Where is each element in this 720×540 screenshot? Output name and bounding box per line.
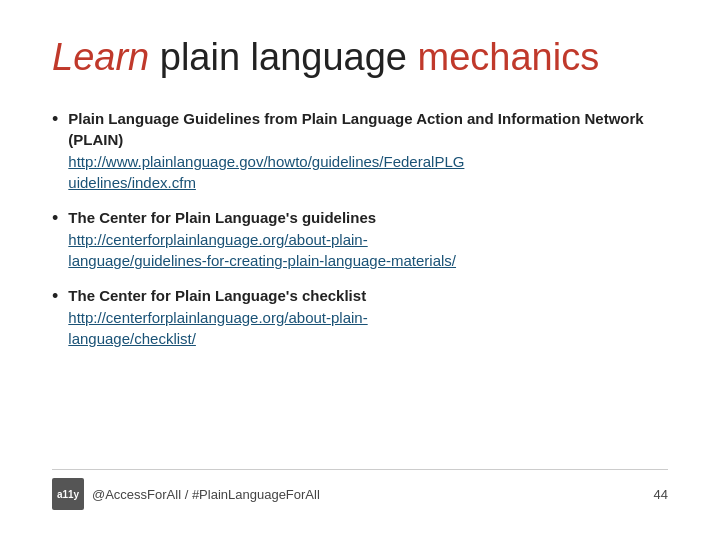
footer: a11y @AccessForAll / #PlainLanguageForAl… bbox=[52, 469, 668, 510]
logo-text: a11y bbox=[57, 489, 79, 500]
bullet-link-2[interactable]: http://centerforplainlanguage.org/about-… bbox=[68, 229, 456, 271]
bullet-item-1: • Plain Language Guidelines from Plain L… bbox=[52, 108, 668, 194]
title-mechanics: mechanics bbox=[418, 36, 600, 78]
bullet-content-3: The Center for Plain Language's checklis… bbox=[68, 285, 367, 349]
bullet-bold-3: The Center for Plain Language's checklis… bbox=[68, 287, 366, 304]
slide-title: Learn plain language mechanics bbox=[52, 36, 668, 80]
bullet-bold-2: The Center for Plain Language's guidelin… bbox=[68, 209, 376, 226]
bullet-dot-2: • bbox=[52, 208, 58, 229]
bullet-bold-1: Plain Language Guidelines from Plain Lan… bbox=[68, 110, 643, 149]
footer-social: @AccessForAll / #PlainLanguageForAll bbox=[92, 487, 320, 502]
bullet-link-1[interactable]: http://www.plainlanguage.gov/howto/guide… bbox=[68, 151, 668, 193]
title-middle: plain language bbox=[149, 36, 417, 78]
bullet-dot-3: • bbox=[52, 286, 58, 307]
slide: Learn plain language mechanics • Plain L… bbox=[0, 0, 720, 540]
content-area: • Plain Language Guidelines from Plain L… bbox=[52, 108, 668, 469]
bullet-content-1: Plain Language Guidelines from Plain Lan… bbox=[68, 108, 668, 194]
bullet-item-2: • The Center for Plain Language's guidel… bbox=[52, 207, 668, 271]
bullet-item-3: • The Center for Plain Language's checkl… bbox=[52, 285, 668, 349]
footer-logo: a11y bbox=[52, 478, 84, 510]
title-learn: Learn bbox=[52, 36, 149, 78]
footer-page-number: 44 bbox=[654, 487, 668, 502]
bullet-link-3[interactable]: http://centerforplainlanguage.org/about-… bbox=[68, 307, 367, 349]
bullet-content-2: The Center for Plain Language's guidelin… bbox=[68, 207, 456, 271]
footer-left: a11y @AccessForAll / #PlainLanguageForAl… bbox=[52, 478, 320, 510]
bullet-dot-1: • bbox=[52, 109, 58, 130]
